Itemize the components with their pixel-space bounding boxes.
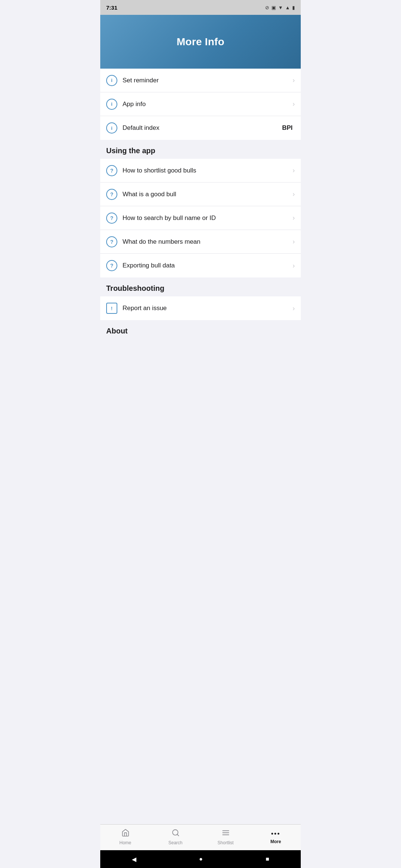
- good-bull-item[interactable]: ? What is a good bull ›: [100, 183, 301, 206]
- nav-more-label: More: [270, 839, 281, 844]
- status-icons: ⊘ ▣ ▼ ▲ ▮: [265, 5, 295, 10]
- about-header: About: [100, 320, 301, 339]
- signal-icon: ▲: [285, 5, 290, 10]
- default-index-item[interactable]: i Default index BPI: [100, 116, 301, 140]
- default-index-value: BPI: [282, 124, 293, 132]
- troubleshooting-header: Troubleshooting: [100, 277, 301, 296]
- search-by-name-item[interactable]: ? How to search by bull name or ID ›: [100, 206, 301, 230]
- page-header: More Info: [100, 15, 301, 69]
- numbers-mean-label: What do the numbers mean: [123, 238, 291, 246]
- set-reminder-label: Set reminder: [123, 77, 291, 84]
- nav-shortlist-label: Shortlist: [218, 840, 234, 845]
- nav-more[interactable]: ••• More: [251, 830, 301, 844]
- nav-shortlist[interactable]: Shortlist: [200, 829, 251, 845]
- svg-line-1: [177, 834, 179, 836]
- report-issue-chevron: ›: [293, 305, 295, 312]
- shortlist-bulls-label: How to shortlist good bulls: [123, 167, 291, 174]
- exporting-data-icon: ?: [106, 260, 117, 271]
- using-app-title: Using the app: [106, 147, 295, 155]
- exporting-data-label: Exporting bull data: [123, 262, 291, 269]
- wifi-icon: ▼: [278, 5, 283, 10]
- shortlist-nav-icon: [222, 829, 230, 839]
- numbers-mean-item[interactable]: ? What do the numbers mean ›: [100, 230, 301, 254]
- shortlist-bulls-icon: ?: [106, 165, 117, 176]
- status-bar: 7:31 ⊘ ▣ ▼ ▲ ▮: [100, 0, 301, 15]
- main-content: i Set reminder › i App info › i Default …: [100, 69, 301, 824]
- home-icon: [121, 829, 130, 839]
- sim-icon: ▣: [271, 5, 276, 10]
- set-reminder-item[interactable]: i Set reminder ›: [100, 69, 301, 92]
- media-icon: ⊘: [265, 5, 269, 10]
- search-by-name-label: How to search by bull name or ID: [123, 214, 291, 222]
- troubleshooting-section: ! Report an issue ›: [100, 296, 301, 320]
- exporting-data-item[interactable]: ? Exporting bull data ›: [100, 254, 301, 277]
- app-info-label: App info: [123, 101, 291, 108]
- default-index-icon: i: [106, 122, 117, 134]
- set-reminder-chevron: ›: [293, 76, 295, 84]
- good-bull-chevron: ›: [293, 190, 295, 198]
- app-info-chevron: ›: [293, 100, 295, 108]
- default-index-label: Default index: [123, 124, 282, 132]
- good-bull-label: What is a good bull: [123, 191, 291, 198]
- report-issue-item[interactable]: ! Report an issue ›: [100, 296, 301, 320]
- app-info-icon: i: [106, 99, 117, 110]
- search-by-name-chevron: ›: [293, 214, 295, 222]
- search-nav-icon: [172, 829, 180, 839]
- numbers-mean-chevron: ›: [293, 238, 295, 246]
- nav-search-label: Search: [168, 840, 182, 845]
- about-title: About: [106, 327, 295, 335]
- exporting-data-chevron: ›: [293, 262, 295, 270]
- set-reminder-icon: i: [106, 75, 117, 86]
- using-app-section: ? How to shortlist good bulls › ? What i…: [100, 159, 301, 277]
- troubleshooting-title: Troubleshooting: [106, 284, 295, 293]
- nav-search[interactable]: Search: [150, 829, 200, 845]
- android-home-button[interactable]: ●: [199, 856, 203, 862]
- battery-icon: ▮: [292, 5, 295, 10]
- nav-home[interactable]: Home: [100, 829, 150, 845]
- app-info-item[interactable]: i App info ›: [100, 92, 301, 116]
- search-by-name-icon: ?: [106, 213, 117, 224]
- android-nav-bar: ◀ ● ■: [100, 850, 301, 868]
- shortlist-bulls-chevron: ›: [293, 167, 295, 174]
- shortlist-bulls-item[interactable]: ? How to shortlist good bulls ›: [100, 159, 301, 183]
- report-issue-label: Report an issue: [123, 305, 291, 312]
- nav-home-label: Home: [119, 840, 131, 845]
- status-time: 7:31: [106, 4, 117, 11]
- using-app-header: Using the app: [100, 140, 301, 159]
- more-nav-icon: •••: [271, 830, 280, 838]
- numbers-mean-icon: ?: [106, 236, 117, 247]
- android-recent-button[interactable]: ■: [266, 856, 270, 862]
- bottom-nav: Home Search Shortlist ••• More: [100, 824, 301, 850]
- report-issue-icon: !: [106, 303, 117, 314]
- good-bull-icon: ?: [106, 189, 117, 200]
- android-back-button[interactable]: ◀: [132, 856, 136, 863]
- settings-section: i Set reminder › i App info › i Default …: [100, 69, 301, 140]
- page-title: More Info: [177, 36, 225, 48]
